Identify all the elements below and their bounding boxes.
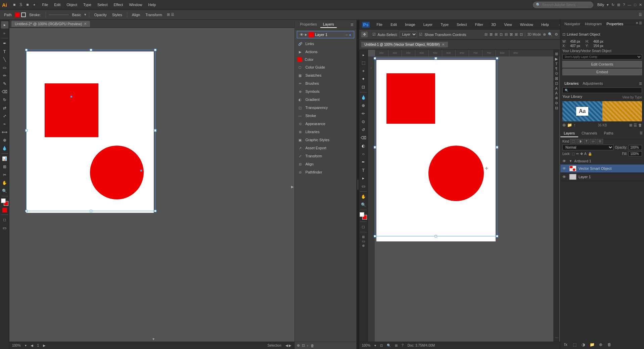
ps-tool-hand[interactable]: ✋	[360, 193, 367, 200]
ps-lib-upload-icon[interactable]: ↑	[573, 123, 576, 127]
ps-align-8[interactable]: ⊡	[520, 32, 523, 37]
panel-stroke[interactable]: — Stroke	[295, 112, 356, 120]
ps-lib-grid-icon[interactable]: ⊞	[629, 123, 632, 127]
ps-shape-rectangle[interactable]	[386, 73, 435, 124]
ps-align-6[interactable]: ⊠	[510, 32, 513, 37]
ps-tab-close[interactable]: ✕	[442, 43, 445, 46]
ps-zoom-dropdown[interactable]: ▾	[374, 344, 376, 347]
ps-tool-stamp[interactable]: ⊙	[360, 118, 367, 125]
ps-shape-circle[interactable]	[428, 146, 484, 201]
ps-tool-marquee[interactable]: ⬚	[360, 59, 367, 67]
ai-zoom[interactable]: 100%	[12, 344, 21, 347]
layer-footer-icon-4[interactable]: 🗑	[311, 344, 314, 348]
panel-graphic-styles[interactable]: ▣ Graphic Styles	[295, 136, 356, 144]
ps-nav-tab[interactable]: Navigator	[562, 21, 582, 27]
panel-pathfinder[interactable]: ⊘ Pathfinder	[295, 168, 356, 176]
tool-eyedropper[interactable]: 💧	[1, 145, 8, 152]
ps-lib-add-icon[interactable]: ⊕	[562, 123, 566, 127]
ai-tab[interactable]: Untitled-2* @ 100% (RGB/GPU Preview) ✕	[11, 21, 90, 27]
current-fill[interactable]	[2, 208, 7, 212]
ps-layer-comp-select[interactable]: Don't Apply Layer Comp	[562, 54, 642, 60]
ai-menu-window[interactable]: Window	[126, 2, 145, 8]
ps-layers-tab[interactable]: Layers	[560, 130, 578, 137]
ps-layer-1-item[interactable]: 👁 Layer 1	[560, 173, 644, 181]
ps-menu-image[interactable]: Image	[402, 22, 418, 28]
tool-width[interactable]: ⟺	[1, 128, 8, 136]
ps-lib-list-icon[interactable]: ☰	[634, 123, 637, 127]
ps-rt-11[interactable]: ⊘	[555, 101, 558, 105]
ps-rt-4[interactable]: ¶	[555, 67, 557, 71]
ps-tool-pen[interactable]: ✒	[360, 158, 367, 166]
ai-tab-close[interactable]: ✕	[84, 22, 87, 26]
layer-eye-icon[interactable]: 👁	[300, 33, 304, 37]
ps-align-4[interactable]: ⊡	[500, 32, 503, 37]
ai-menu-object[interactable]: Object	[64, 2, 80, 8]
panel-appearance[interactable]: ⊙ Appearance	[295, 120, 356, 128]
ps-canvas[interactable]: 350 400 450 500 550 600 650 700 750 800 …	[368, 50, 560, 342]
ps-align-7[interactable]: ⊞	[515, 32, 518, 37]
ps-snap-icon[interactable]: ⊞	[395, 344, 398, 347]
ps-status-icon[interactable]: ⊡	[380, 344, 383, 347]
layer-footer-icon-3[interactable]: ↑	[307, 344, 309, 348]
ps-settings-icon[interactable]: ⚙	[555, 32, 558, 37]
ps-tool-spot-heal[interactable]: ⊕	[360, 102, 367, 109]
kind-type[interactable]: T	[584, 139, 589, 144]
layer-footer-icon-2[interactable]: ⊡	[302, 343, 305, 348]
ps-align-3[interactable]: ⊞	[495, 32, 498, 37]
ps-menu-help[interactable]: Help	[539, 22, 552, 28]
ps-lock-px[interactable]: ⬚	[572, 152, 575, 156]
ps-tool-crop[interactable]: ⊡	[360, 83, 367, 91]
panel-color-guide[interactable]: ⬡ Color Guide	[295, 63, 356, 71]
tool-hand[interactable]: ✋	[1, 179, 8, 187]
panel-gradient[interactable]: ◐ Gradient	[295, 95, 356, 104]
tool-eraser[interactable]: ⌫	[1, 88, 8, 95]
ps-tool-shape[interactable]: ▭	[360, 183, 367, 190]
panel-menu-icon[interactable]: ☰	[351, 23, 354, 27]
ai-icon-2[interactable]: S	[19, 2, 22, 7]
ps-tool-gradient[interactable]: ◐	[360, 142, 367, 150]
ps-adjustments-tab[interactable]: Adjustments	[581, 81, 605, 86]
ps-tool-quick-mask[interactable]: □	[360, 223, 367, 231]
kind-pixel[interactable]: ⬚	[570, 139, 577, 144]
ps-extra-icon-2[interactable]: ▭	[362, 239, 365, 243]
ps-artboard-item[interactable]: 👁 ▼ Artboard 1	[560, 158, 644, 164]
fill-input[interactable]	[629, 151, 642, 156]
ps-tool-brush[interactable]: ✏	[360, 110, 367, 117]
ps-search-icon-2[interactable]: 🔍	[387, 344, 391, 347]
ps-tool-dodge[interactable]: ○	[360, 150, 367, 158]
ps-tool-type[interactable]: T	[360, 166, 367, 174]
tool-paintbrush[interactable]: ✏	[1, 72, 8, 79]
panel-symbols[interactable]: ⊕ Symbols	[295, 87, 356, 95]
basic-dropdown-icon[interactable]: ▾	[84, 12, 86, 17]
align-label[interactable]: Align	[130, 12, 142, 17]
layer-expand-icon[interactable]: ▶	[305, 33, 307, 36]
ai-search-input[interactable]	[542, 3, 589, 7]
ps-minimize-btn[interactable]: —	[557, 22, 560, 27]
ps-add-layer-icon[interactable]: ⊕	[597, 341, 604, 348]
ps-lib-menu[interactable]: ☰	[639, 82, 642, 85]
tool-blend[interactable]: ⊕	[1, 137, 8, 144]
layer-1-row[interactable]: 👁 ▶ Layer 1 ○ ●	[297, 31, 354, 38]
ps-rt-3[interactable]: T	[555, 62, 558, 66]
minimize-btn[interactable]: —	[628, 3, 631, 7]
ps-rt-2[interactable]: ▶	[555, 57, 558, 61]
panel-brushes[interactable]: ✏ Brushes	[295, 79, 356, 87]
ps-add-adjust-icon[interactable]: ◑	[580, 341, 587, 348]
ps-layer-select[interactable]: Layer	[400, 32, 417, 37]
ps-rt-1[interactable]: ⊞	[555, 52, 558, 56]
ps-align-1[interactable]: ⊟	[485, 32, 488, 37]
ps-lock-ab[interactable]: A	[584, 152, 587, 156]
kind-shape[interactable]: ▭	[590, 139, 596, 144]
layers-tab[interactable]: Layers	[320, 21, 337, 28]
ps-tool-eraser[interactable]: ⌫	[360, 134, 367, 142]
ai-icon-1[interactable]: ■	[13, 2, 15, 7]
ps-lib-delete-icon[interactable]: 🗑	[638, 123, 642, 127]
layer-footer-icon-1[interactable]: ⊕	[297, 343, 300, 348]
ps-libraries-tab[interactable]: Libraries	[562, 81, 581, 86]
tool-direct-select[interactable]: ▹	[1, 29, 8, 37]
ps-align-2[interactable]: ⊠	[490, 32, 493, 37]
panel-swatches[interactable]: ▦ Swatches	[295, 71, 356, 79]
ps-vector-layer[interactable]: 👁 Vector Smart Object	[560, 164, 644, 173]
ps-edit-contents-btn[interactable]: Edit Contents	[562, 61, 642, 68]
ai-icon-3[interactable]: ■	[26, 2, 29, 7]
